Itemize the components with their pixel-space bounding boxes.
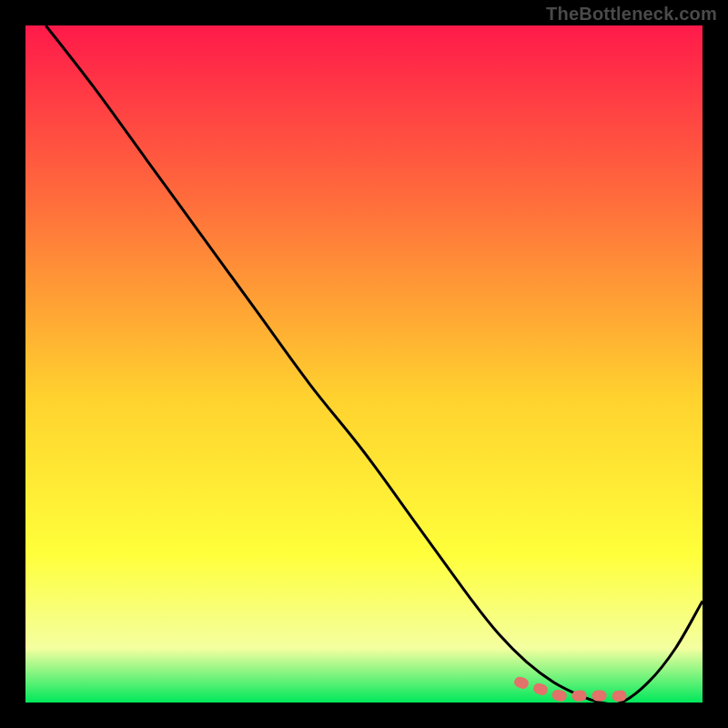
chart-frame: TheBottleneck.com xyxy=(0,0,728,728)
chart-plot-area xyxy=(25,25,703,703)
watermark-text: TheBottleneck.com xyxy=(546,4,717,25)
gradient-background xyxy=(25,25,703,703)
chart-svg xyxy=(25,25,703,703)
